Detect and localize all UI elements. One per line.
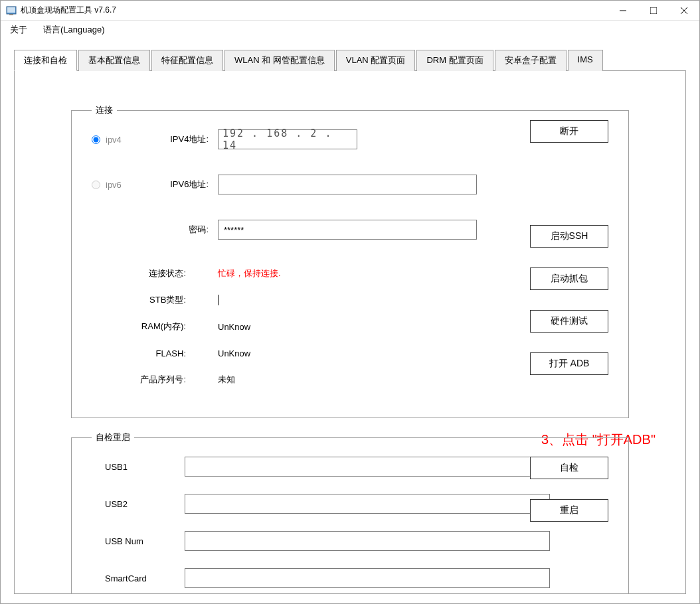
tab-wlan-config[interactable]: WLAN 和 网管配置信息 xyxy=(224,50,335,71)
serial-value: 未知 xyxy=(218,374,608,386)
tab-android-box[interactable]: 安卓盒子配置 xyxy=(495,50,567,71)
ipv4-radio[interactable] xyxy=(92,135,100,144)
connection-buttons: 断开 启动SSH 启动抓包 硬件测试 打开 ADB xyxy=(530,120,608,375)
window-controls xyxy=(608,1,699,21)
maximize-button[interactable] xyxy=(638,1,669,21)
usb2-label: USB2 xyxy=(92,499,185,509)
flash-label: FLASH: xyxy=(92,348,218,358)
usb1-input[interactable] xyxy=(185,457,550,477)
tab-ims[interactable]: IMS xyxy=(568,50,603,71)
menu-language[interactable]: 语言(Language) xyxy=(41,21,108,38)
content-area: 连接和自检 基本配置信息 特征配置信息 WLAN 和 网管配置信息 VLAN 配… xyxy=(1,39,699,603)
restart-button[interactable]: 重启 xyxy=(530,499,608,522)
tab-basic-config[interactable]: 基本配置信息 xyxy=(78,50,150,71)
minimize-button[interactable] xyxy=(608,1,638,21)
ipv4-address-input[interactable]: 192 . 168 . 2 . 14 xyxy=(218,129,357,149)
status-label: 连接状态: xyxy=(92,267,218,279)
menu-bar: 关于 语言(Language) xyxy=(1,21,699,39)
usb1-label: USB1 xyxy=(92,462,185,472)
ipv4-address-label: IPV4地址: xyxy=(151,133,218,145)
ipv6-radio[interactable] xyxy=(92,181,100,189)
close-button[interactable] xyxy=(669,1,699,21)
tab-drm-config[interactable]: DRM 配置页面 xyxy=(416,50,493,71)
selftest-fieldset: 自检重启 USB1 USB2 USB Num Smart xyxy=(71,431,629,594)
tab-content: 连接 ipv4 IPV4地址: 192 . 168 . 2 . 14 xyxy=(14,71,686,594)
ipv6-radio-label: ipv6 xyxy=(106,180,122,190)
disconnect-button[interactable]: 断开 xyxy=(530,120,608,143)
usbnum-label: USB Num xyxy=(92,536,185,546)
selftest-legend: 自检重启 xyxy=(92,431,134,443)
ipv6-address-label: IPV6地址: xyxy=(151,179,218,190)
connection-fieldset: 连接 ipv4 IPV4地址: 192 . 168 . 2 . 14 xyxy=(71,104,629,418)
tabs: 连接和自检 基本配置信息 特征配置信息 WLAN 和 网管配置信息 VLAN 配… xyxy=(14,49,686,71)
usbnum-input[interactable] xyxy=(185,531,550,551)
svg-rect-1 xyxy=(7,7,15,13)
tab-vlan-config[interactable]: VLAN 配置页面 xyxy=(336,50,416,71)
window-title: 机顶盒现场配置工具 v7.6.7 xyxy=(21,5,608,16)
app-icon xyxy=(6,5,17,16)
connection-legend: 连接 xyxy=(92,104,117,116)
start-capture-button[interactable]: 启动抓包 xyxy=(530,267,608,290)
tab-connection[interactable]: 连接和自检 xyxy=(14,50,77,71)
menu-about[interactable]: 关于 xyxy=(7,21,30,38)
svg-rect-2 xyxy=(9,14,13,15)
smartcard-label: SmartCard xyxy=(92,573,185,583)
selftest-buttons: 自检 重启 xyxy=(530,457,608,522)
ipv6-address-input[interactable] xyxy=(218,175,477,194)
selftest-button[interactable]: 自检 xyxy=(530,457,608,479)
serial-label: 产品序列号: xyxy=(92,374,218,386)
start-ssh-button[interactable]: 启动SSH xyxy=(530,225,608,248)
password-label: 密码: xyxy=(151,224,218,236)
title-bar: 机顶盒现场配置工具 v7.6.7 xyxy=(1,1,699,21)
app-window: 机顶盒现场配置工具 v7.6.7 关于 语言(Language) 连接和自检 基… xyxy=(0,0,700,604)
usb2-input[interactable] xyxy=(185,494,550,514)
svg-rect-4 xyxy=(650,7,657,14)
ram-label: RAM(内存): xyxy=(92,321,218,333)
ipv4-radio-label: ipv4 xyxy=(106,135,122,145)
password-input[interactable]: ****** xyxy=(218,220,477,240)
smartcard-input[interactable] xyxy=(185,568,550,588)
open-adb-button[interactable]: 打开 ADB xyxy=(530,352,608,375)
tab-feature-config[interactable]: 特征配置信息 xyxy=(151,50,223,71)
stb-type-label: STB类型: xyxy=(92,294,218,306)
hardware-test-button[interactable]: 硬件测试 xyxy=(530,310,608,333)
